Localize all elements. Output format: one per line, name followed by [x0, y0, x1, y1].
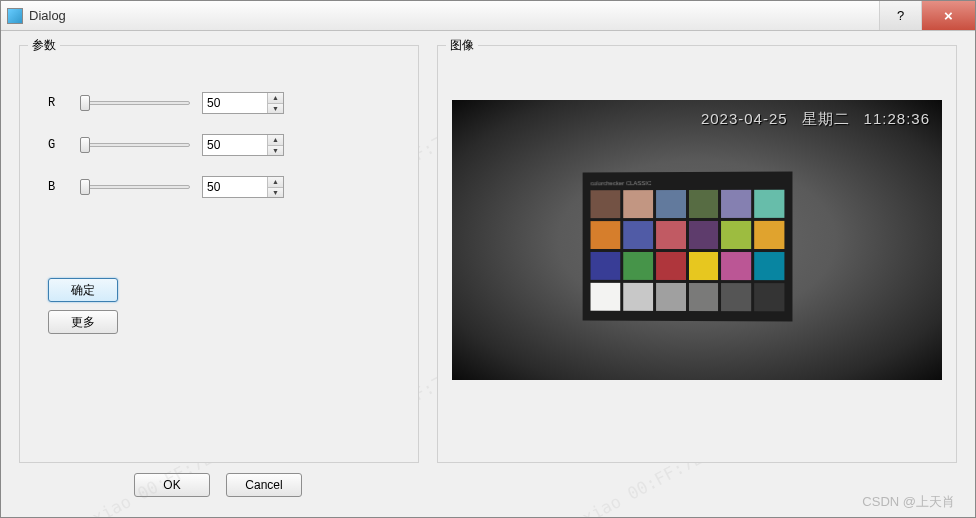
- ok-button[interactable]: OK: [134, 473, 210, 497]
- overlay-time: 11:28:36: [864, 110, 930, 129]
- image-group-title: 图像: [446, 37, 478, 54]
- color-swatch: [623, 221, 653, 249]
- color-swatch: [656, 221, 686, 249]
- color-swatch: [721, 221, 751, 249]
- confirm-button[interactable]: 确定: [48, 278, 118, 302]
- color-swatch: [623, 252, 653, 280]
- param-row-r: R 50 ▲ ▼: [34, 82, 404, 124]
- color-swatch: [656, 190, 686, 218]
- overlay-date: 2023-04-25: [701, 110, 788, 129]
- color-swatch: [754, 283, 784, 311]
- spinbox-b-value[interactable]: 50: [203, 177, 267, 197]
- image-timestamp-overlay: 2023-04-25 星期二 11:28:36: [701, 110, 930, 129]
- spinbox-g-up-icon[interactable]: ▲: [268, 135, 283, 146]
- spinbox-g-down-icon[interactable]: ▼: [268, 146, 283, 156]
- app-icon: [7, 8, 23, 24]
- spinbox-b-up-icon[interactable]: ▲: [268, 177, 283, 188]
- params-groupbox: 参数 R 50 ▲ ▼ G: [19, 45, 419, 463]
- more-button[interactable]: 更多: [48, 310, 118, 334]
- color-swatch: [721, 190, 751, 218]
- cancel-button[interactable]: Cancel: [226, 473, 302, 497]
- slider-b[interactable]: [80, 177, 190, 197]
- colorchecker-card: colorchecker CLASSIC: [583, 172, 793, 322]
- param-row-g: G 50 ▲ ▼: [34, 124, 404, 166]
- color-swatch: [754, 190, 784, 218]
- slider-g[interactable]: [80, 135, 190, 155]
- color-swatch: [754, 252, 784, 280]
- color-swatch: [688, 190, 718, 218]
- overlay-weekday: 星期二: [802, 110, 850, 129]
- color-swatch: [591, 252, 621, 280]
- footer-watermark: CSDN @上天肖: [862, 493, 955, 511]
- param-label-r: R: [48, 96, 68, 110]
- color-swatch: [754, 221, 784, 249]
- help-button[interactable]: ?: [879, 1, 921, 30]
- slider-r[interactable]: [80, 93, 190, 113]
- color-swatch: [591, 190, 621, 218]
- window-title: Dialog: [29, 8, 879, 23]
- color-swatch: [688, 283, 718, 311]
- close-button[interactable]: ×: [921, 1, 975, 30]
- color-swatch: [591, 283, 621, 311]
- param-label-b: B: [48, 180, 68, 194]
- spinbox-r[interactable]: 50 ▲ ▼: [202, 92, 284, 114]
- color-swatch: [656, 283, 686, 311]
- spinbox-r-up-icon[interactable]: ▲: [268, 93, 283, 104]
- color-swatch: [721, 252, 751, 280]
- params-group-title: 参数: [28, 37, 60, 54]
- image-groupbox: 图像 2023-04-25 星期二 11:28:36 colorchecker …: [437, 45, 957, 463]
- image-preview: 2023-04-25 星期二 11:28:36 colorchecker CLA…: [452, 100, 942, 380]
- colorchecker-label: colorchecker CLASSIC: [591, 180, 785, 187]
- color-swatch: [721, 283, 751, 311]
- spinbox-g[interactable]: 50 ▲ ▼: [202, 134, 284, 156]
- spinbox-b[interactable]: 50 ▲ ▼: [202, 176, 284, 198]
- color-swatch: [623, 190, 653, 218]
- param-label-g: G: [48, 138, 68, 152]
- color-swatch: [591, 221, 621, 249]
- color-swatch: [688, 252, 718, 280]
- titlebar: Dialog ? ×: [1, 1, 975, 31]
- param-row-b: B 50 ▲ ▼: [34, 166, 404, 208]
- color-swatch: [656, 252, 686, 280]
- color-swatch: [623, 283, 653, 311]
- spinbox-r-value[interactable]: 50: [203, 93, 267, 113]
- spinbox-g-value[interactable]: 50: [203, 135, 267, 155]
- spinbox-b-down-icon[interactable]: ▼: [268, 188, 283, 198]
- spinbox-r-down-icon[interactable]: ▼: [268, 104, 283, 114]
- color-swatch: [688, 221, 718, 249]
